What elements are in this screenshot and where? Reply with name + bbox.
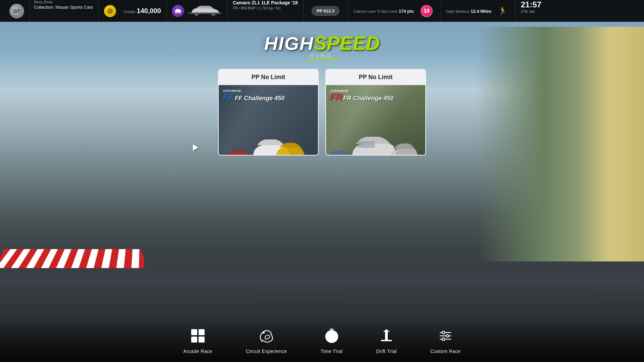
svg-rect-3: [176, 9, 180, 11]
title-swoosh: [302, 58, 342, 62]
car-specs: FR / 659 BHP / 1,732 kg / SC: [233, 6, 281, 10]
track-title-speed: SPEED: [314, 32, 380, 54]
arcade-race-label: Arcade Race: [183, 349, 212, 354]
fr-card-image: Japanese FR FR Challenge 450: [326, 85, 425, 156]
track-title-high: HIGH: [264, 34, 314, 53]
time-display: 21:57: [521, 0, 541, 9]
gt-logo-section: GT: [4, 0, 30, 22]
svg-point-4: [175, 12, 177, 14]
car-name: Camaro ZL1 1LE Package '18: [233, 0, 298, 5]
svg-rect-10: [188, 12, 222, 13]
car-menu-section: [167, 0, 227, 22]
nav-drift-trial[interactable]: Drift Trial: [376, 326, 397, 354]
circuit-experience-icon: [257, 326, 276, 345]
fr-cars-svg: [329, 133, 423, 156]
nav-circuit-experience[interactable]: Circuit Experience: [246, 326, 287, 354]
race-card-fr[interactable]: PP No Limit Japanese FR FR Challenge 450: [325, 69, 426, 156]
fr-challenge-type: FR: [330, 93, 342, 102]
svg-rect-28: [191, 329, 197, 335]
svg-point-34: [331, 336, 332, 338]
car-info-section: Camaro ZL1 1LE Package '18 FR / 659 BHP …: [227, 0, 304, 22]
credits-section: C Credits 140,000: [99, 0, 167, 22]
level-badge: 14: [421, 5, 433, 17]
collector-pts: 174 pts: [399, 9, 414, 14]
gt-logo: GT: [9, 4, 24, 18]
ff-card-title: PP No Limit: [252, 74, 285, 80]
collector-section: Collector Level To Next Level 174 pts 14: [348, 0, 441, 22]
ff-cars-svg: [222, 133, 316, 156]
svg-rect-19: [358, 141, 375, 148]
collector-info: Collector Level To Next Level 174 pts: [353, 8, 414, 14]
svg-point-32: [263, 331, 265, 334]
ff-card-image: Japanese FF FF Challenge 450: [219, 85, 318, 156]
custom-race-label: Custom Race: [430, 349, 461, 354]
fr-challenge-name: FR Challenge 450: [343, 95, 393, 102]
track-title-area: HIGH SPEED RING: [264, 32, 380, 59]
time-section: 21:57 27th Jan: [516, 0, 547, 22]
svg-point-39: [446, 335, 449, 337]
hud-bar: GT Menu Book Collection: Nissan Sports C…: [0, 0, 644, 22]
credits-label: Credits: [123, 10, 135, 14]
fr-challenge-badge: Japanese FR FR Challenge 450: [330, 89, 393, 102]
svg-point-5: [179, 12, 180, 14]
menu-book-label: Menu Book: [34, 0, 53, 4]
time-trial-icon: [322, 326, 341, 345]
custom-race-icon: [436, 326, 455, 345]
credits-value: 140,000: [137, 7, 161, 14]
circuit-experience-label: Circuit Experience: [246, 349, 287, 354]
daily-workout-section: Daily Workout 12.4 Miles 🏃: [441, 0, 516, 22]
drift-trial-label: Drift Trial: [376, 349, 397, 354]
svg-point-38: [442, 331, 445, 334]
time-trial-label: Time Trial: [321, 349, 343, 354]
date-display: 27th Jan: [521, 9, 535, 13]
daily-label: Daily Workout: [446, 9, 469, 13]
svg-rect-29: [199, 329, 205, 335]
fr-card-header: PP No Limit: [326, 70, 425, 85]
svg-text:C: C: [109, 9, 111, 13]
menu-book-section: Menu Book Collection: Nissan Sports Cars: [30, 0, 99, 22]
credits-icon: C: [104, 5, 116, 17]
ff-challenge-badge: Japanese FF FF Challenge 450: [223, 89, 284, 102]
collector-label: Collector Level: [353, 10, 375, 13]
race-cards-container: PP No Limit Japanese FF FF Challenge 450: [218, 69, 426, 156]
menu-book-value: Collection: Nissan Sports Cars: [34, 5, 93, 10]
svg-rect-31: [199, 337, 205, 343]
bottom-nav: Arcade Race Circuit Experience Time Tria: [0, 318, 644, 362]
collector-next: To Next Level: [377, 10, 397, 13]
car-menu-icon: [172, 5, 184, 17]
ff-challenge-type: FF: [223, 93, 234, 102]
svg-rect-30: [191, 337, 197, 343]
arcade-race-icon: [189, 326, 207, 345]
nav-custom-race[interactable]: Custom Race: [430, 326, 461, 354]
car-silhouette: [188, 5, 222, 17]
svg-point-40: [442, 338, 445, 341]
daily-miles: 12.4 Miles: [471, 9, 491, 14]
nav-time-trial[interactable]: Time Trial: [321, 326, 343, 354]
ff-card-header: PP No Limit: [219, 70, 318, 85]
main-content: HIGH SPEED RING PP No Limit Japanese FF …: [0, 22, 644, 362]
runner-icon: 🏃: [498, 7, 507, 15]
pp-badge-section: PP 612.3: [304, 0, 348, 22]
ff-challenge-name: FF Challenge 450: [235, 95, 284, 102]
track-title-logo: HIGH SPEED RING: [264, 32, 380, 59]
fr-card-title: PP No Limit: [359, 74, 393, 80]
drift-trial-icon: [377, 326, 396, 345]
nav-arcade-race[interactable]: Arcade Race: [183, 326, 212, 354]
daily-info: Daily Workout 12.4 Miles: [446, 8, 491, 14]
pp-badge: PP 612.3: [312, 6, 339, 16]
cursor: [193, 144, 198, 151]
credits-values: Credits 140,000: [123, 7, 161, 15]
race-card-ff[interactable]: PP No Limit Japanese FF FF Challenge 450: [218, 69, 319, 156]
